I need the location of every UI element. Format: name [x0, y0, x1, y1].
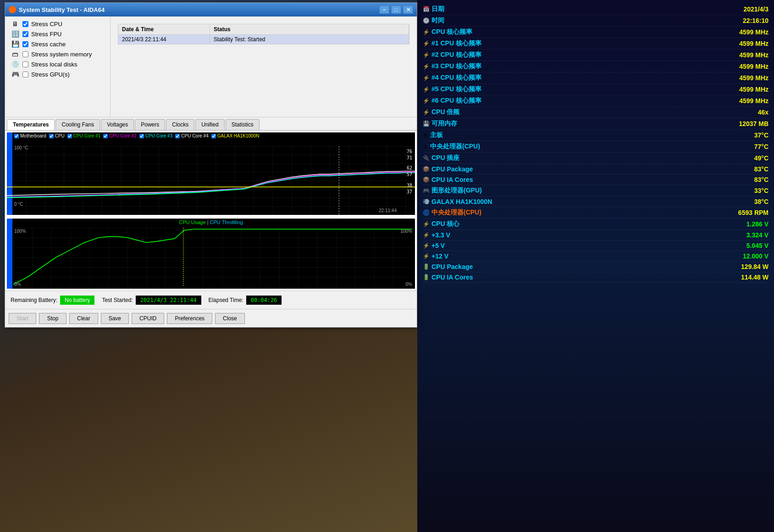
right-panel-row-CPU-倍频: ⚡ CPU 倍频 46x — [423, 107, 768, 118]
log-row: 2021/4/3 22:11:44 Stability Test: Starte… — [118, 35, 409, 44]
tab-powers[interactable]: Powers — [135, 119, 165, 130]
log-col-datetime: Date & Time — [118, 24, 210, 34]
row-label-wrap: 🔋 CPU IA Cores — [423, 274, 473, 281]
checkbox-stress-gpu[interactable] — [22, 71, 28, 77]
row-icon-fan: 💨 — [423, 198, 430, 205]
row-label-wrap: ⚡ #6 CPU 核心频率 — [423, 97, 481, 105]
legend-label: CPU — [55, 133, 65, 138]
start-button[interactable]: Start — [9, 313, 36, 324]
row-label: CPU IA Cores — [431, 176, 473, 183]
usage-chart-indicator — [7, 219, 12, 289]
row-icon-cpu: ⚡ — [423, 75, 430, 81]
row-value: 4599 MHz — [739, 51, 768, 59]
cpuid-button[interactable]: CPUID — [132, 313, 164, 324]
elapsed-status: Elapsed Time: 00:04:26 — [209, 296, 282, 305]
row-value: 12.000 V — [743, 252, 768, 260]
row-icon-power2: 🔋 — [423, 274, 430, 280]
right-panel-row-CPU-Package: 📦 CPU Package 83°C — [423, 164, 768, 175]
checkbox-stress-disks[interactable] — [22, 61, 28, 67]
legend-cb-CPU Core #1[interactable] — [67, 134, 72, 138]
row-label-wrap: 🎮 图形处理器(GPU) — [423, 186, 482, 195]
cpu-usage-chart: CPU Usage | CPU Throttling 100% 0% 100% … — [7, 219, 415, 289]
row-value: 83°C — [754, 176, 768, 183]
stop-button[interactable]: Stop — [39, 313, 66, 324]
row-icon-motherboard: 🖥 — [423, 132, 428, 138]
row-icon-cpu-socket: 🔌 — [423, 155, 430, 161]
save-button[interactable]: Save — [101, 313, 129, 324]
row-icon-memory: 💾 — [423, 121, 430, 127]
tab-statistics[interactable]: Statistics — [226, 119, 260, 130]
checkbox-row-stress-disks: 💿 Stress local disks — [11, 60, 105, 68]
minimize-button[interactable]: − — [379, 5, 389, 14]
clear-button[interactable]: Clear — [69, 313, 98, 324]
legend-cb-Motherboard[interactable] — [14, 134, 19, 138]
tab-temperatures[interactable]: Temperatures — [7, 119, 55, 130]
right-panel-row-#2-CPU-核心频率: ⚡ #2 CPU 核心频率 4599 MHz — [423, 49, 768, 61]
row-label-wrap: 🔋 CPU Package — [423, 263, 473, 270]
tab-clocks[interactable]: Clocks — [166, 119, 194, 130]
row-value: 38°C — [754, 198, 768, 205]
usage-chart-svg — [13, 228, 412, 287]
svg-rect-2 — [13, 228, 412, 287]
legend-cb-CPU Core #3[interactable] — [139, 134, 144, 138]
tab-voltages[interactable]: Voltages — [101, 119, 134, 130]
preferences-button[interactable]: Preferences — [167, 313, 212, 324]
row-icon-clock: 🕐 — [423, 17, 430, 24]
row-label: #1 CPU 核心频率 — [431, 39, 481, 48]
close-button[interactable]: Close — [215, 313, 245, 324]
tab-unified[interactable]: Unified — [195, 119, 224, 130]
checkbox-icon-stress-cpu: 🖥 — [11, 20, 20, 27]
top-section: 🖥 Stress CPU 🔢 Stress FPU 💾 Stress cache… — [5, 16, 417, 117]
legend-item-cpu-core-#3: CPU Core #3 — [139, 133, 172, 138]
row-icon-voltage2: ⚡ — [423, 232, 430, 238]
legend-label: CPU Core #1 — [73, 133, 100, 138]
row-label: 中央处理器(CPU) — [430, 143, 480, 151]
row-label-wrap: ⚡ +3.3 V — [423, 231, 450, 239]
checkbox-stress-memory[interactable] — [22, 51, 28, 57]
row-label-wrap: ⚡ #5 CPU 核心频率 — [423, 85, 481, 93]
temp-chart-svg — [7, 146, 415, 215]
checkbox-label-stress-disks: Stress local disks — [31, 61, 77, 68]
row-label: 时间 — [431, 16, 444, 25]
row-icon-cpu-pkg: 📦 — [423, 166, 430, 172]
checkbox-icon-stress-memory: 🗃 — [11, 50, 20, 58]
row-label-wrap: 🌡 中央处理器(CPU) — [423, 143, 480, 151]
legend-item-cpu-core-#1: CPU Core #1 — [67, 133, 100, 138]
right-panel-row-CPU-核心: ⚡ CPU 核心 1.286 V — [423, 219, 768, 230]
status-bar: Remaining Battery: No battery Test Start… — [5, 291, 417, 309]
row-label-wrap: 🖥 主板 — [423, 131, 443, 139]
legend-cb-CPU Core #2[interactable] — [103, 134, 108, 138]
legend-cb-CPU[interactable] — [49, 134, 54, 138]
row-label-wrap: ⚡ #4 CPU 核心频率 — [423, 74, 481, 82]
maximize-button[interactable]: □ — [391, 5, 401, 14]
row-label: #3 CPU 核心频率 — [431, 62, 481, 71]
row-label: 图形处理器(GPU) — [431, 186, 482, 195]
tab-cooling-fans[interactable]: Cooling Fans — [55, 119, 100, 130]
row-label: #4 CPU 核心频率 — [431, 74, 481, 82]
app-icon — [9, 6, 16, 13]
right-panel-row-可用内存: 💾 可用内存 12037 MB — [423, 118, 768, 130]
right-panel-row-图形处理器(GPU): 🎮 图形处理器(GPU) 33°C — [423, 185, 768, 197]
row-value: 22:16:10 — [743, 17, 768, 24]
right-panel-row-中央处理器(CPU): 🌀 中央处理器(CPU) 6593 RPM — [423, 207, 768, 219]
checkbox-stress-cache[interactable] — [22, 41, 28, 47]
legend-item-cpu-core-#2: CPU Core #2 — [103, 133, 136, 138]
row-value: 4599 MHz — [739, 86, 768, 93]
chart-values-right: 76 71 62 57 38 37 — [407, 148, 412, 195]
checkbox-stress-cpu[interactable] — [22, 21, 28, 27]
log-area: Date & Time Status 2021/4/3 22:11:44 Sta… — [111, 16, 417, 117]
legend-cb-GALAX HA1K1000N[interactable] — [211, 134, 216, 138]
legend-cb-CPU Core #4[interactable] — [175, 134, 180, 138]
close-button[interactable]: ✕ — [403, 5, 413, 14]
row-icon-fan2: 🌀 — [423, 209, 430, 216]
row-value: 2021/4/3 — [744, 5, 769, 13]
right-panel-row-#1-CPU-核心频率: ⚡ #1 CPU 核心频率 4599 MHz — [423, 38, 768, 49]
row-label-wrap: 📅 日期 — [423, 5, 444, 13]
row-label-wrap: 📦 CPU IA Cores — [423, 176, 473, 183]
right-info-panel: 📅 日期 2021/4/3 🕐 时间 22:16:10 ⚡ CPU 核心频率 4… — [417, 0, 774, 532]
row-value: 33°C — [754, 187, 768, 194]
row-label: CPU 核心 — [431, 220, 459, 228]
checkbox-stress-fpu[interactable] — [22, 31, 28, 37]
right-panel-row-+12-V: ⚡ +12 V 12.000 V — [423, 251, 768, 262]
row-icon-cpu: ⚡ — [423, 86, 430, 93]
